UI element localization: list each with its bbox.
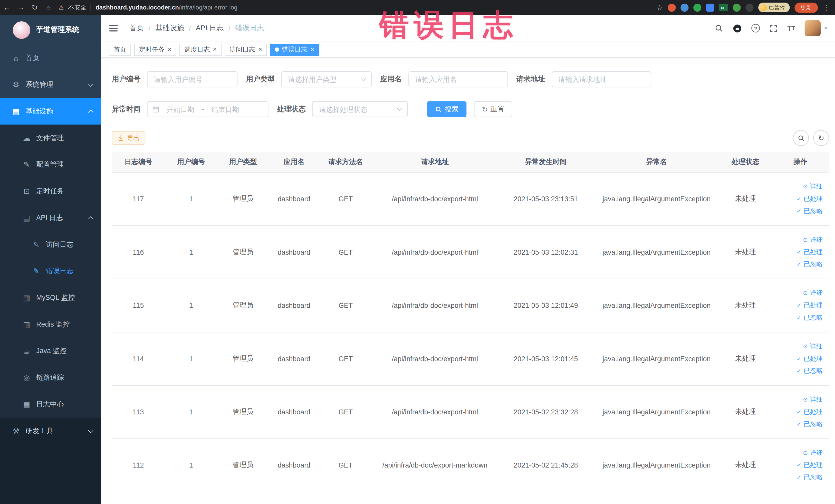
user-type-select-input[interactable] xyxy=(281,72,372,87)
cell-request-url: /api/infra/db-doc/export-html xyxy=(372,385,498,438)
ignored-link[interactable]: ✓已忽略 xyxy=(774,418,823,430)
end-date-input[interactable] xyxy=(206,105,244,113)
sidebar-toggle-icon[interactable] xyxy=(109,23,120,33)
tab-access-log[interactable]: 访问日志 × xyxy=(225,43,267,56)
breadcrumb-item[interactable]: API 日志 xyxy=(196,23,224,33)
refresh-table-button[interactable]: ↻ xyxy=(813,130,829,146)
sidebar-item-redis-monitor[interactable]: ▥ Redis 监控 xyxy=(0,311,101,338)
help-icon[interactable]: ? xyxy=(752,24,760,32)
sidebar-item-tracing[interactable]: ◎ 链路追踪 xyxy=(0,364,101,391)
tab-label: 访问日志 xyxy=(229,45,255,54)
detail-link[interactable]: ⊙详细 xyxy=(774,340,823,352)
extension-icon[interactable] xyxy=(668,3,676,11)
sidebar-item-config-management[interactable]: ✎ 配置管理 xyxy=(0,151,101,178)
sidebar-item-java-monitor[interactable]: ☕ Java 监控 xyxy=(0,338,101,364)
sidebar-item-scheduled-jobs[interactable]: ⊡ 定时任务 xyxy=(0,178,101,205)
app-logo[interactable]: 芋道管理系统 xyxy=(0,15,101,45)
extension-icon[interactable] xyxy=(733,3,740,11)
cell-exception-name: java.lang.IllegalArgumentException xyxy=(594,172,719,225)
breadcrumb-item[interactable]: 首页 xyxy=(129,23,144,33)
ignored-link[interactable]: ✓已忽略 xyxy=(774,471,823,483)
processed-link[interactable]: ✓已处理 xyxy=(774,299,823,311)
app-name-input[interactable] xyxy=(408,72,508,87)
col-exception-time: 异常发生时间 xyxy=(498,152,594,172)
processed-link[interactable]: ✓已处理 xyxy=(774,246,823,258)
sidebar-item-access-log[interactable]: ✎ 访问日志 xyxy=(0,231,101,258)
sidebar-item-home[interactable]: ⌂ 首页 xyxy=(0,45,101,72)
exception-time-range-picker[interactable]: - xyxy=(147,101,268,117)
sidebar-item-file-management[interactable]: ☁ 文件管理 xyxy=(0,124,101,151)
tab-close-icon[interactable]: × xyxy=(258,46,262,53)
detail-link[interactable]: ⊙详细 xyxy=(774,287,823,299)
request-url-input[interactable] xyxy=(551,72,651,87)
forward-icon[interactable]: → xyxy=(14,1,28,14)
processed-link[interactable]: ✓已处理 xyxy=(774,459,823,471)
process-status-select[interactable] xyxy=(312,101,408,117)
ignored-link[interactable]: ✓已忽略 xyxy=(774,311,823,324)
user-id-input[interactable] xyxy=(147,72,238,87)
ignored-link[interactable]: ✓已忽略 xyxy=(774,365,823,377)
cell-app-name: dashboard xyxy=(269,279,319,332)
user-menu[interactable]: ▾ xyxy=(805,20,827,36)
reload-icon[interactable]: ↻ xyxy=(28,1,42,14)
col-method: 请求方法名 xyxy=(319,152,372,172)
search-button[interactable]: 搜索 xyxy=(427,101,467,117)
processed-label: 已处理 xyxy=(804,246,823,258)
sidebar-item-mysql-monitor[interactable]: ▦ MySQL 监控 xyxy=(0,284,101,311)
cell-method: GET xyxy=(319,438,372,491)
font-size-icon[interactable]: TT xyxy=(787,24,795,32)
address-bar[interactable]: ⚠ 不安全 dashboard.yudao.iocoder.cn/infra/l… xyxy=(59,3,238,11)
cell-user-id: 1 xyxy=(165,438,217,491)
browser-menu-icon[interactable]: ⋮ xyxy=(823,3,830,11)
fullscreen-icon[interactable] xyxy=(770,24,777,32)
processed-link[interactable]: ✓已处理 xyxy=(774,406,823,418)
processed-label: 已处理 xyxy=(804,459,823,471)
sidebar-item-log-center[interactable]: ▤ 日志中心 xyxy=(0,391,101,418)
user-type-select[interactable] xyxy=(281,72,372,87)
bookmark-star-icon[interactable]: ☆ xyxy=(657,3,663,11)
cell-actions: ⊙详细 ✓已处理 ✓已忽略 xyxy=(772,385,829,438)
tab-close-icon[interactable]: × xyxy=(311,46,314,53)
reset-button[interactable]: ↻ 重置 xyxy=(474,101,512,117)
toggle-search-button[interactable] xyxy=(793,130,809,146)
extension-puzzle-icon[interactable] xyxy=(745,3,753,11)
ignored-label: 已忽略 xyxy=(804,311,823,324)
ignored-link[interactable]: ✓已忽略 xyxy=(774,258,823,270)
tab-scheduled-jobs[interactable]: 定时任务 × xyxy=(134,43,176,56)
extension-on-icon[interactable]: on xyxy=(719,4,728,11)
detail-link[interactable]: ⊙详细 xyxy=(774,394,823,406)
detail-link[interactable]: ⊙详细 xyxy=(774,180,823,193)
home-icon[interactable]: ⌂ xyxy=(42,1,56,14)
table-row: 116 1 管理员 dashboard GET /api/infra/db-do… xyxy=(112,225,829,279)
process-status-select-input[interactable] xyxy=(312,101,408,117)
detail-link[interactable]: ⊙详细 xyxy=(774,447,823,459)
sidebar-item-api-log[interactable]: ▤ API 日志 xyxy=(0,205,101,231)
browser-update-button[interactable]: 更新 xyxy=(794,2,818,12)
processed-link[interactable]: ✓已处理 xyxy=(774,193,823,205)
extension-icon[interactable] xyxy=(680,3,688,11)
breadcrumb-item[interactable]: 基础设施 xyxy=(155,23,184,33)
sidebar-item-dev-tools[interactable]: ⚒ 研发工具 xyxy=(0,418,101,444)
sidebar-item-system-management[interactable]: ⚙ 系统管理 xyxy=(0,72,101,98)
toolbox-icon: ⚒ xyxy=(12,427,20,435)
github-icon[interactable] xyxy=(733,24,742,33)
tab-home[interactable]: 首页 xyxy=(108,43,131,56)
tab-close-icon[interactable]: × xyxy=(168,46,171,53)
detail-link[interactable]: ⊙详细 xyxy=(774,234,823,246)
tab-error-log[interactable]: 错误日志 × xyxy=(270,43,319,56)
processed-link[interactable]: ✓已处理 xyxy=(774,352,823,365)
exception-time-label: 异常时间 xyxy=(112,104,141,114)
paused-badge[interactable]: 已暂停 xyxy=(758,3,790,12)
extension-icon[interactable] xyxy=(706,3,714,11)
sidebar-item-infrastructure[interactable]: ▤ 基础设施 xyxy=(0,98,101,125)
search-icon[interactable] xyxy=(715,24,724,32)
tab-close-icon[interactable]: × xyxy=(213,46,217,53)
extension-icon[interactable] xyxy=(693,3,701,11)
sidebar-item-error-log[interactable]: ✎ 错误日志 xyxy=(0,258,101,284)
logo-avatar xyxy=(13,21,30,39)
ignored-link[interactable]: ✓已忽略 xyxy=(774,205,823,217)
back-icon[interactable]: ← xyxy=(0,1,14,14)
tab-schedule-log[interactable]: 调度日志 × xyxy=(179,43,222,56)
export-button[interactable]: 导出 xyxy=(112,131,145,145)
start-date-input[interactable] xyxy=(161,105,200,113)
